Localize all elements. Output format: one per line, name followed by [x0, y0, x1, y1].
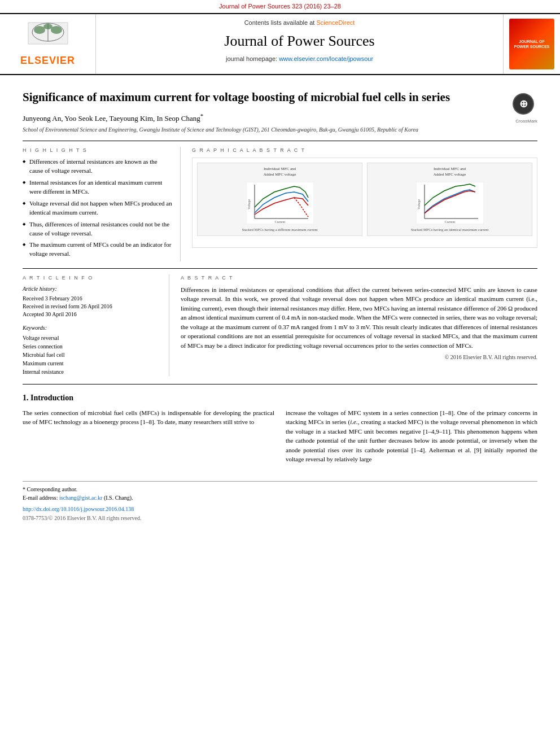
article-info-heading: A R T I C L E I N F O: [23, 274, 161, 282]
introduction-section: 1. Introduction The series connection of…: [23, 392, 537, 464]
keywords-list: Voltage reversal Series connection Micro…: [23, 334, 161, 376]
graph-left-svg: Current Voltage: [246, 182, 314, 224]
elsevier-branding: ELSEVIER: [0, 14, 96, 73]
affiliation: School of Environmental Science and Engi…: [23, 126, 537, 134]
footnote-area: * Corresponding author. E-mail address: …: [23, 481, 537, 502]
svg-text:Voltage: Voltage: [247, 199, 251, 209]
graph-right-bottom-label: Stacked MFCs having an identical maximum…: [411, 227, 489, 232]
graph-left-bottom-label: Stacked MFCs having a different maximum …: [242, 227, 317, 232]
issn-footer: 0378-7753/© 2016 Elsevier B.V. All right…: [23, 514, 537, 522]
keyword-2: Series connection: [23, 342, 161, 351]
keywords-title: Keywords:: [23, 324, 161, 332]
journal-citation: Journal of Power Sources 323 (2016) 23–2…: [23, 2, 537, 11]
article-history: Article history: Received 3 February 201…: [23, 285, 161, 318]
abstract-paragraph: Differences in internal resistances or o…: [181, 285, 537, 351]
journal-header-center: Contents lists available at ScienceDirec…: [96, 14, 504, 73]
keyword-3: Microbial fuel cell: [23, 351, 161, 359]
abstract-section: A B S T R A C T Differences in internal …: [181, 274, 537, 376]
highlights-graphical-section: H I G H L I G H T S Differences of inter…: [23, 147, 537, 261]
graph-right-svg: Current Voltage: [416, 182, 484, 224]
keyword-5: Internal resistance: [23, 368, 161, 376]
copyright: © 2016 Elsevier B.V. All rights reserved…: [181, 353, 537, 361]
doi-area: http://dx.doi.org/10.1016/j.jpowsour.201…: [23, 505, 537, 513]
authors-line: Junyeong An, Yoo Seok Lee, Taeyoung Kim,…: [23, 112, 537, 124]
section-divider-1: [23, 141, 537, 141]
intro-left-col: The series connection of microbial fuel …: [23, 408, 274, 464]
abstract-heading: A B S T R A C T: [181, 274, 537, 282]
intro-left-text: The series connection of microbial fuel …: [23, 408, 274, 427]
svg-point-4: [51, 26, 62, 34]
intro-right-col: increase the voltages of MFC system in a…: [286, 408, 537, 464]
graph-right: Individual MFC andAdded MFC voltage: [367, 163, 532, 236]
keywords-section: Keywords: Voltage reversal Series connec…: [23, 324, 161, 376]
doi-link[interactable]: http://dx.doi.org/10.1016/j.jpowsour.201…: [23, 506, 134, 512]
svg-point-5: [43, 24, 53, 29]
keyword-4: Maximum current: [23, 359, 161, 368]
crossmark-label: CrossMark: [515, 118, 537, 124]
svg-text:Current: Current: [444, 220, 455, 224]
graph-right-top-label: Individual MFC andAdded MFC voltage: [434, 167, 466, 178]
graphical-abstract-heading: G R A P H I C A L A B S T R A C T: [192, 147, 537, 154]
contents-available: Contents lists available at ScienceDirec…: [107, 19, 492, 27]
highlight-item-5: The maximum current of MFCs could be an …: [23, 241, 172, 259]
svg-text:Current: Current: [274, 220, 285, 224]
svg-rect-9: [246, 182, 314, 224]
email-link[interactable]: ischang@gist.ac.kr: [59, 495, 102, 501]
journal-title: Journal of Power Sources: [107, 31, 492, 51]
graph-left-top-label: Individual MFC andAdded MFC voltage: [264, 167, 296, 178]
homepage-line: journal homepage: www.elsevier.com/locat…: [107, 55, 492, 63]
sciencedirect-link[interactable]: ScienceDirect: [316, 19, 355, 26]
highlight-item-3: Voltage reversal did not happen when MFC…: [23, 199, 172, 217]
received-date: Received 3 February 2016: [23, 295, 161, 303]
section-divider-3: [23, 384, 537, 385]
highlights-list: Differences of internal resistances are …: [23, 158, 172, 259]
corresponding-star: *: [200, 112, 203, 119]
elsevier-tree-logo: [25, 20, 71, 54]
svg-text:Voltage: Voltage: [417, 199, 421, 209]
intro-right-text: increase the voltages of MFC system in a…: [286, 408, 537, 464]
intro-columns: The series connection of microbial fuel …: [23, 408, 537, 464]
homepage-url[interactable]: www.elsevier.com/locate/jpowsour: [279, 55, 373, 62]
email-note: E-mail address: ischang@gist.ac.kr (I.S.…: [23, 493, 537, 502]
article-history-title: Article history:: [23, 285, 161, 293]
crossmark-badge[interactable]: ⊕ CrossMark: [509, 90, 537, 118]
abstract-text: Differences in internal resistances or o…: [181, 285, 537, 362]
highlights-heading: H I G H L I G H T S: [23, 147, 172, 154]
journal-cover-icon: JOURNAL OF POWER SOURCES: [509, 19, 554, 69]
accepted-date: Accepted 30 April 2016: [23, 311, 161, 318]
journal-icon-area: JOURNAL OF POWER SOURCES: [504, 14, 560, 73]
svg-point-3: [34, 26, 45, 34]
section-divider-2: [23, 268, 537, 269]
elsevier-wordmark: ELSEVIER: [20, 54, 75, 68]
graphical-abstract-box: Individual MFC andAdded MFC voltage: [192, 158, 537, 248]
intro-heading: 1. Introduction: [23, 392, 537, 404]
article-info-abstract-section: A R T I C L E I N F O Article history: R…: [23, 274, 537, 376]
highlight-item-2: Internal resistances for an identical ma…: [23, 178, 172, 196]
highlight-item-1: Differences of internal resistances are …: [23, 158, 172, 176]
corresponding-note: * Corresponding author.: [23, 485, 537, 493]
highlight-item-4: Thus, differences of internal resistance…: [23, 220, 172, 238]
graphical-abstract-section: G R A P H I C A L A B S T R A C T Indivi…: [192, 147, 537, 261]
article-title: Significance of maximum current for volt…: [23, 90, 504, 105]
graph-left: Individual MFC andAdded MFC voltage: [197, 163, 362, 236]
svg-text:⊕: ⊕: [519, 98, 528, 110]
revised-date: Received in revised form 26 April 2016: [23, 303, 161, 311]
keyword-1: Voltage reversal: [23, 334, 161, 342]
